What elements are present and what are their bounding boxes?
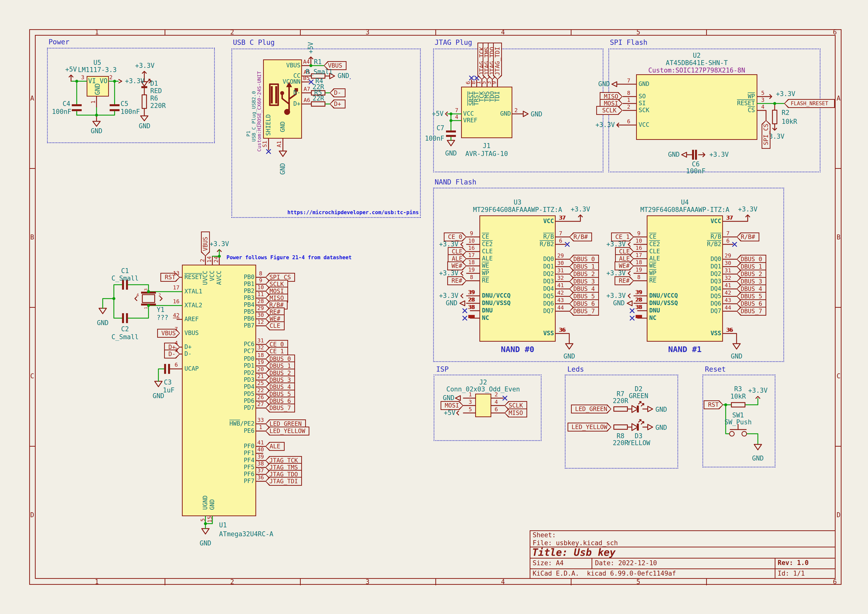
- u4-value[interactable]: MT29F64G08AFAAAWP-ITZ:A: [640, 206, 729, 213]
- we-net-label[interactable]: WE#: [615, 262, 634, 270]
- sw1-ref[interactable]: SW1: [732, 412, 744, 419]
- d3-value[interactable]: YELLOW: [627, 440, 650, 447]
- reset-gnd-label[interactable]: GND: [752, 455, 764, 462]
- u1-ref[interactable]: U1: [219, 522, 227, 529]
- led-green-net-label[interactable]: LED_GREEN: [571, 405, 611, 414]
- spi-gnd-label[interactable]: GND: [598, 81, 610, 87]
- r2-value[interactable]: 10kR: [782, 118, 797, 125]
- r1-value[interactable]: R_Small: [306, 68, 333, 75]
- nand1-label[interactable]: NAND #1: [668, 345, 702, 354]
- section-title-power[interactable]: Power: [48, 38, 69, 45]
- section-title-leds[interactable]: Leds: [567, 366, 584, 373]
- j2-isp-body[interactable]: [475, 394, 491, 417]
- u4-ce2-rail[interactable]: +3.3V: [606, 241, 626, 248]
- net-label[interactable]: JTAG_TDI: [265, 477, 302, 486]
- c2-value[interactable]: C_Small: [112, 334, 139, 340]
- r6-ref[interactable]: R6: [150, 95, 158, 102]
- r6-value[interactable]: 220R: [150, 102, 166, 109]
- d1-value[interactable]: RED: [150, 88, 162, 94]
- c3-value[interactable]: 1uF: [163, 387, 175, 394]
- p5v-rail-label[interactable]: +5V: [65, 66, 77, 73]
- section-title-spi[interactable]: SPI Flash: [610, 39, 648, 46]
- net-label[interactable]: CLE: [265, 321, 285, 330]
- y1-ref[interactable]: Y1: [157, 307, 164, 313]
- u2-spi-flash-body[interactable]: [636, 74, 757, 140]
- r3-value[interactable]: 10kR: [730, 393, 746, 400]
- r1-ref[interactable]: R1: [314, 59, 321, 65]
- j2-ref[interactable]: J2: [479, 379, 487, 386]
- r7-value[interactable]: 220R: [613, 398, 628, 404]
- u4-ref[interactable]: U4: [681, 199, 688, 206]
- c1-ref[interactable]: C1: [121, 268, 129, 274]
- section-title-jtag[interactable]: JTAG Plug: [435, 39, 472, 46]
- section-title-isp[interactable]: ISP: [436, 366, 449, 373]
- mcu-vbus-net-label[interactable]: VBUS: [201, 231, 210, 256]
- u2-footprint[interactable]: Custom:SOIC127P798X216-8N: [648, 67, 745, 74]
- c4-value[interactable]: 100nF: [52, 109, 71, 115]
- dm-net-label[interactable]: D-: [330, 88, 346, 97]
- r7-ref[interactable]: R7: [617, 391, 624, 397]
- xtal-gnd-label[interactable]: GND: [97, 319, 108, 326]
- j1-ref[interactable]: J1: [483, 143, 490, 149]
- we-net-label[interactable]: WE#: [447, 262, 467, 270]
- jtag-gnd2-label[interactable]: GND: [531, 111, 542, 118]
- mcu-gnd-label[interactable]: GND: [200, 540, 211, 547]
- d2-ref[interactable]: D2: [635, 386, 642, 392]
- u4-vcc-rail[interactable]: +3.3V: [738, 206, 757, 213]
- u2-ref[interactable]: U2: [693, 52, 701, 59]
- sclk-net-label[interactable]: SCLK: [596, 106, 623, 115]
- led-gnd-label[interactable]: GND: [139, 123, 150, 129]
- usb-gnd2-label[interactable]: GND: [279, 163, 286, 175]
- c5-value[interactable]: 100nF: [121, 109, 140, 115]
- jtag-p5v-label[interactable]: +5V: [432, 110, 443, 117]
- dbus-net-label[interactable]: DBUS_7: [736, 307, 766, 316]
- led-green-gnd[interactable]: GND: [656, 406, 667, 413]
- usb-p5v-label[interactable]: +5V: [307, 42, 314, 54]
- nand0-label[interactable]: NAND #0: [501, 345, 534, 354]
- rb-net-label[interactable]: R/B#: [736, 233, 760, 241]
- r2-ref[interactable]: R2: [782, 109, 789, 116]
- r5-value[interactable]: 22R: [313, 95, 324, 102]
- p3v3-rail-label[interactable]: +3.3V: [125, 78, 144, 84]
- re-net-label[interactable]: RE#: [447, 276, 467, 285]
- c2-ref[interactable]: C2: [121, 326, 129, 332]
- u3-gnd-label[interactable]: GND: [564, 353, 575, 360]
- led-yellow-gnd[interactable]: GND: [656, 424, 667, 431]
- c5-ref[interactable]: C5: [121, 101, 128, 107]
- d1-ref[interactable]: D1: [150, 80, 158, 87]
- u4-gnd-label[interactable]: GND: [731, 353, 742, 360]
- p1-value[interactable]: USB_C_Plug_USB2.0: [251, 91, 256, 142]
- u5-value[interactable]: LM1117-3.3: [78, 67, 117, 73]
- u4-vccq-rail[interactable]: +3.3V: [606, 292, 626, 299]
- j1-value[interactable]: AVR-JTAG-10: [465, 150, 508, 157]
- ce1-net-label[interactable]: CE_1: [611, 233, 634, 241]
- u4-vssq-gnd[interactable]: GND: [613, 300, 625, 307]
- u4-wp-rail[interactable]: +3.3V: [606, 270, 626, 276]
- r3-ref[interactable]: R3: [734, 386, 742, 392]
- d2-value[interactable]: GREEN: [629, 393, 648, 399]
- y1-value[interactable]: ???: [157, 315, 168, 321]
- jtag-gnd-label[interactable]: GND: [445, 150, 457, 157]
- p1-footprint[interactable]: Custom:HIROSE_CX60-24S-UNIT: [257, 71, 262, 152]
- jtag-tdi-net-label[interactable]: JTAG_TDI: [493, 43, 502, 80]
- reset-rail-label[interactable]: +3.3V: [748, 387, 767, 394]
- net-label[interactable]: LED_YELLOW: [265, 426, 309, 436]
- u3-ce2-rail[interactable]: +3.3V: [439, 241, 458, 248]
- usb-url-note[interactable]: https://microchipdeveloper.com/usb:tc-pi…: [287, 210, 419, 215]
- isp-gnd-label[interactable]: GND: [443, 395, 454, 401]
- rst-net-label[interactable]: RST: [704, 400, 723, 409]
- u3-vccq-rail[interactable]: +3.3V: [439, 292, 458, 299]
- section-title-usb[interactable]: USB C Plug: [233, 39, 275, 46]
- spi-p3v3-label[interactable]: +3.3V: [595, 122, 615, 128]
- net-label[interactable]: ALE: [265, 442, 285, 451]
- c1-value[interactable]: C_Small: [112, 275, 139, 282]
- ce0-net-label[interactable]: CE_0: [444, 233, 467, 241]
- c7-ref[interactable]: C7: [437, 125, 444, 132]
- c3-ref[interactable]: C3: [164, 379, 172, 386]
- dp-net-label[interactable]: D+: [330, 99, 346, 109]
- led-yellow-net-label[interactable]: LED_YELLOW: [567, 423, 611, 431]
- c6-ref[interactable]: C6: [692, 161, 699, 167]
- c6-value[interactable]: 100nF: [686, 168, 705, 175]
- power-gnd-label[interactable]: GND: [91, 128, 102, 135]
- spi-cs-net-label[interactable]: SPI_CS: [761, 120, 770, 149]
